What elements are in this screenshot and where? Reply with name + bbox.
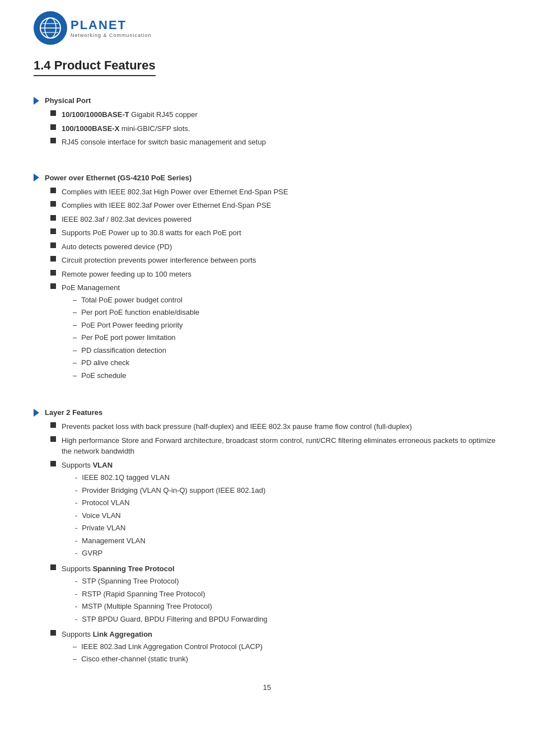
- poe-items: Complies with IEEE 802.3at High Power ov…: [34, 186, 500, 383]
- sub-item-text: Protocol VLAN: [82, 497, 129, 508]
- subsub-item-text: Per port PoE function enable/disable: [81, 307, 199, 318]
- list-item: PoE Management – Total PoE power budget …: [50, 282, 500, 382]
- dash-bullet-icon: -: [75, 472, 77, 483]
- logo-circle: [34, 11, 67, 45]
- subsub-item: – Total PoE power budget control: [73, 295, 500, 306]
- subsub-item-text: IEEE 802.3ad Link Aggregation Control Pr…: [81, 641, 263, 652]
- dash-bullet-icon: -: [75, 548, 77, 559]
- square-bullet-icon: [50, 461, 56, 466]
- triangle-bullet-icon: [34, 97, 39, 105]
- sub-item-text: IEEE 802.1Q tagged VLAN: [82, 472, 170, 483]
- sub-item: - Protocol VLAN: [75, 497, 500, 508]
- list-item: IEEE 802.3af / 802.3at devices powered: [50, 214, 500, 225]
- poe-management-subitems: – Total PoE power budget control – Per p…: [62, 295, 500, 381]
- subsub-item: – PoE schedule: [73, 370, 500, 381]
- sub-item-text: Management VLAN: [82, 535, 145, 547]
- logo-company-name: PLANET: [71, 18, 152, 32]
- subsub-item: – PD classification detection: [73, 345, 500, 356]
- sub-item-text: Private VLAN: [82, 522, 125, 534]
- item-text: Supports PoE Power up to 30.8 watts for …: [62, 227, 500, 239]
- list-item: 10/100/1000BASE-T Gigabit RJ45 copper: [50, 109, 500, 120]
- emdash-bullet-icon: –: [73, 295, 77, 306]
- subsub-item: – PoE Port Power feeding priority: [73, 320, 500, 331]
- section-title-poe: Power over Ethernet (GS-4210 PoE Series): [45, 174, 191, 182]
- list-item: Complies with IEEE 802.3at High Power ov…: [50, 186, 500, 198]
- subsub-item: – Per PoE port power limitation: [73, 332, 500, 343]
- sub-item: - Private VLAN: [75, 522, 500, 534]
- item-text: Supports Spanning Tree Protocol - STP (S…: [62, 563, 500, 627]
- square-bullet-icon: [50, 228, 56, 234]
- emdash-bullet-icon: –: [73, 307, 77, 318]
- sub-item: - GVRP: [75, 548, 500, 559]
- vlan-subitems: - IEEE 802.1Q tagged VLAN - Provider Bri…: [62, 472, 500, 559]
- square-bullet-icon: [50, 201, 56, 207]
- sub-item-text: MSTP (Multiple Spanning Tree Protocol): [82, 601, 212, 612]
- list-item: Supports Link Aggregation – IEEE 802.3ad…: [50, 629, 500, 666]
- logo-area: PLANET Networking & Communication: [34, 11, 500, 45]
- page-number: 15: [34, 683, 500, 692]
- item-text: IEEE 802.3af / 802.3at devices powered: [62, 214, 500, 225]
- sub-item-text: Provider Bridging (VLAN Q-in-Q) support …: [82, 485, 265, 496]
- sub-item: - MSTP (Multiple Spanning Tree Protocol): [75, 601, 500, 612]
- sub-item-text: GVRP: [82, 548, 102, 559]
- section-header-physical-port: Physical Port: [34, 96, 500, 105]
- logo-text-block: PLANET Networking & Communication: [71, 18, 152, 38]
- sub-item: - Management VLAN: [75, 535, 500, 547]
- square-bullet-icon: [50, 138, 56, 143]
- section-header-poe: Power over Ethernet (GS-4210 PoE Series): [34, 174, 500, 182]
- sub-item-text: Voice VLAN: [82, 510, 120, 521]
- logo-subtitle: Networking & Communication: [71, 32, 152, 38]
- item-text: Circuit protection prevents power interf…: [62, 255, 500, 266]
- list-item: Prevents packet loss with back pressure …: [50, 421, 500, 432]
- square-bullet-icon: [50, 188, 56, 193]
- dash-bullet-icon: -: [75, 576, 77, 587]
- list-item: RJ45 console interface for switch basic …: [50, 137, 500, 148]
- section-physical-port: Physical Port 10/100/1000BASE-T Gigabit …: [34, 96, 500, 148]
- subsub-item-text: Per PoE port power limitation: [81, 332, 175, 343]
- emdash-bullet-icon: –: [73, 654, 77, 665]
- sub-item: - STP (Spanning Tree Protocol): [75, 576, 500, 587]
- emdash-bullet-icon: –: [73, 370, 77, 381]
- sub-item: - IEEE 802.1Q tagged VLAN: [75, 472, 500, 483]
- list-item: Supports VLAN - IEEE 802.1Q tagged VLAN …: [50, 460, 500, 561]
- square-bullet-icon: [50, 422, 56, 428]
- square-bullet-icon: [50, 242, 56, 248]
- stp-subitems: - STP (Spanning Tree Protocol) - RSTP (R…: [62, 576, 500, 624]
- square-bullet-icon: [50, 124, 56, 130]
- dash-bullet-icon: -: [75, 601, 77, 612]
- page-title: 1.4 Product Features: [34, 58, 156, 76]
- subsub-item-text: PoE Port Power feeding priority: [81, 320, 182, 331]
- emdash-bullet-icon: –: [73, 345, 77, 356]
- item-text: Supports VLAN - IEEE 802.1Q tagged VLAN …: [62, 460, 500, 561]
- subsub-item: – PD alive check: [73, 357, 500, 368]
- sub-item: - RSTP (Rapid Spanning Tree Protocol): [75, 589, 500, 600]
- item-text: RJ45 console interface for switch basic …: [62, 137, 500, 148]
- item-text: Complies with IEEE 802.3at High Power ov…: [62, 186, 500, 198]
- section-poe: Power over Ethernet (GS-4210 PoE Series)…: [34, 174, 500, 383]
- triangle-bullet-icon: [34, 409, 39, 417]
- dash-bullet-icon: -: [75, 497, 77, 508]
- list-item: Complies with IEEE 802.3af Power over Et…: [50, 200, 500, 211]
- sub-item: - Provider Bridging (VLAN Q-in-Q) suppor…: [75, 485, 500, 496]
- section-layer2: Layer 2 Features Prevents packet loss wi…: [34, 408, 500, 666]
- dash-bullet-icon: -: [75, 589, 77, 600]
- subsub-item-text: PoE schedule: [81, 370, 126, 381]
- square-bullet-icon: [50, 283, 56, 289]
- list-item: Supports PoE Power up to 30.8 watts for …: [50, 227, 500, 239]
- square-bullet-icon: [50, 630, 56, 636]
- square-bullet-icon: [50, 270, 56, 276]
- subsub-item-text: PD classification detection: [81, 345, 166, 356]
- square-bullet-icon: [50, 564, 56, 570]
- dash-bullet-icon: -: [75, 485, 77, 496]
- item-text: Supports Link Aggregation – IEEE 802.3ad…: [62, 629, 500, 666]
- item-text: Remote power feeding up to 100 meters: [62, 269, 500, 280]
- item-text: 10/100/1000BASE-T Gigabit RJ45 copper: [62, 109, 500, 120]
- triangle-bullet-icon: [34, 174, 39, 181]
- item-text: High performance Store and Forward archi…: [62, 435, 500, 457]
- list-item: Supports Spanning Tree Protocol - STP (S…: [50, 563, 500, 627]
- sub-item-text: RSTP (Rapid Spanning Tree Protocol): [82, 589, 205, 600]
- square-bullet-icon: [50, 215, 56, 221]
- subsub-item: – Per port PoE function enable/disable: [73, 307, 500, 318]
- dash-bullet-icon: -: [75, 510, 77, 521]
- sub-item-text: STP (Spanning Tree Protocol): [82, 576, 179, 587]
